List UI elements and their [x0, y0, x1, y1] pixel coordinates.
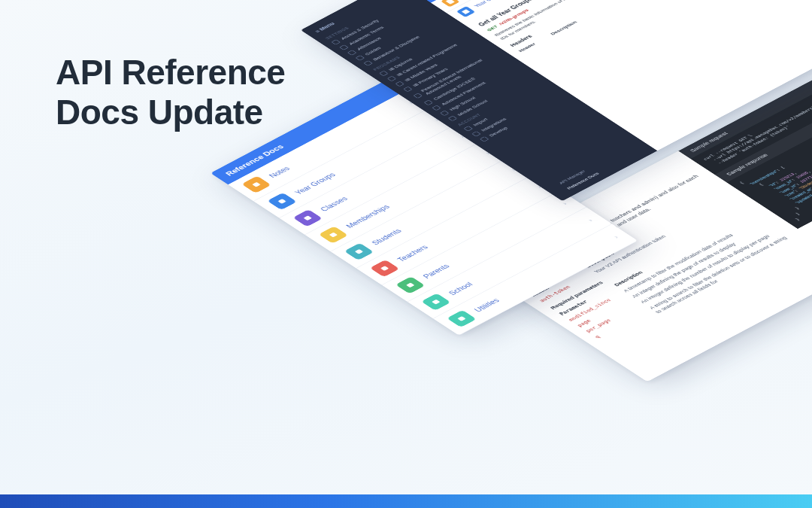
chevron-right-icon: › [612, 234, 620, 239]
isometric-stage: ≡ Menu SETTINGS Access & Security Academ… [241, 90, 812, 508]
nav-row-icon [421, 294, 451, 311]
nav-row-label: Teachers [395, 244, 430, 263]
nav-row-icon [395, 276, 426, 294]
nav-row-label: School [447, 281, 474, 297]
nav-row-icon [344, 243, 374, 260]
nav-row-label: Parents [421, 263, 451, 279]
year-groups-icon [456, 6, 475, 17]
svg-rect-5 [329, 233, 338, 238]
nav-row-label: Students [370, 227, 404, 246]
svg-rect-1 [462, 9, 471, 14]
nav-row-icon [447, 310, 477, 327]
svg-rect-4 [303, 215, 312, 221]
nav-row-icon [267, 193, 297, 210]
svg-rect-9 [432, 300, 441, 305]
nav-stack-banner: Reference Docs [211, 78, 407, 184]
nav-row-icon [319, 226, 349, 243]
svg-rect-7 [380, 266, 389, 271]
nav-row-label: Classes [319, 196, 350, 213]
svg-rect-10 [457, 316, 466, 321]
nav-row-icon [241, 176, 271, 193]
footer-gradient [0, 494, 812, 508]
notes-icon [441, 0, 459, 7]
nav-row-icon [370, 260, 400, 277]
svg-rect-3 [277, 199, 286, 204]
chevron-right-icon: › [586, 217, 595, 223]
nav-row-label: Utilities [473, 297, 501, 313]
nav-row-icon [292, 209, 323, 227]
doc-body: Get all Year Groups GET /v2/ib-groups Re… [462, 0, 753, 60]
nav-row-label: Notes [268, 166, 292, 179]
svg-rect-2 [252, 182, 261, 187]
svg-rect-0 [446, 0, 455, 5]
detail-resp-code: { "memberships": [ { "id": 215213, "clas… [727, 105, 812, 229]
svg-rect-8 [406, 282, 415, 287]
app-window: ≡ Menu SETTINGS Access & Security Academ… [301, 0, 812, 201]
svg-rect-6 [355, 249, 364, 254]
chevron-right-icon: › [561, 201, 569, 206]
